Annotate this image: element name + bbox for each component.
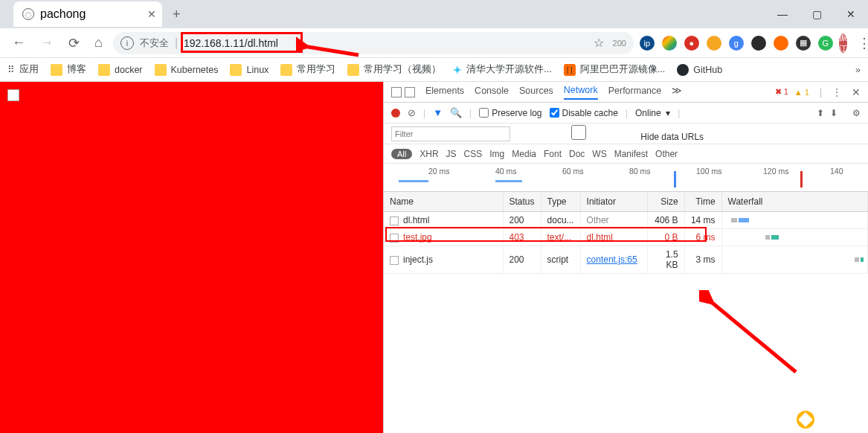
type-filter[interactable]: Doc [569,149,585,159]
extension-icon[interactable] [751,36,766,51]
tab-console[interactable]: Console [475,86,509,99]
extension-icon[interactable]: G [818,36,833,51]
network-toolbar: ⊘ | ▼ 🔍 | Preserve log Disable cache | O… [384,103,868,124]
tab-more[interactable]: ≫ [672,85,682,99]
type-filter[interactable]: JS [446,149,457,159]
bookmark-link[interactable]: GitHub [677,64,722,76]
search-icon[interactable]: 🔍 [450,107,462,118]
bookmark-link[interactable]: ✦清华大学开源软件... [453,63,551,76]
close-icon[interactable]: ✕ [147,8,156,20]
tab-elements[interactable]: Elements [425,86,464,99]
bookmark-folder[interactable]: Kubernetes [155,64,219,76]
type-filter[interactable]: Manifest [614,149,648,159]
type-filter-all[interactable]: All [391,149,412,159]
bookmark-star-icon[interactable]: ☆ [594,36,604,50]
broken-image-icon [7,89,19,101]
bookmark-folder[interactable]: 常用学习 [280,63,335,76]
bookmark-folder[interactable]: 博客 [51,63,86,76]
extension-icon[interactable] [707,36,721,51]
tab-network[interactable]: Network [564,85,598,100]
clear-button[interactable]: ⊘ [408,107,416,118]
type-filter[interactable]: Media [512,149,536,159]
rendered-page [0,82,383,433]
tab-title: pachong [40,7,86,21]
watermark: 创新互联 [797,411,861,429]
extension-icons: ip ● g ▦ G [640,36,833,51]
extension-icon[interactable] [662,36,677,51]
extension-icon[interactable]: ● [684,36,699,51]
warning-count[interactable]: ▲ 1 [794,88,809,97]
table-row[interactable]: dl.html 200 docu... Other 406 B 14 ms [384,212,868,229]
filter-input[interactable] [391,126,510,141]
device-icon[interactable] [405,87,415,97]
info-icon[interactable]: i [120,36,134,50]
user-avatar[interactable]: 振江 [839,33,847,53]
close-icon[interactable]: ✕ [852,86,861,98]
network-timeline[interactable]: 20 ms 40 ms 60 ms 80 ms 100 ms 120 ms 14… [384,164,868,192]
inspect-icon[interactable] [391,87,402,97]
kebab-menu-icon[interactable]: ⋮ [853,35,868,51]
type-filter[interactable]: Other [655,149,678,159]
hide-data-urls-checkbox[interactable]: Hide data URLs [519,125,704,142]
gear-icon[interactable]: ⚙ [852,108,861,118]
window-minimize[interactable]: — [765,3,800,25]
table-row[interactable]: inject.js 200 script content.js:65 1.5 K… [384,246,868,274]
tab-sources[interactable]: Sources [519,86,553,99]
extension-icon[interactable]: g [729,36,744,51]
col-size[interactable]: Size [647,192,684,212]
upload-icon[interactable]: ⬆ [817,108,824,118]
col-waterfall[interactable]: Waterfall [721,192,867,212]
col-type[interactable]: Type [541,192,580,212]
network-type-filters: All XHR JS CSS Img Media Font Doc WS Man… [384,144,868,164]
col-time[interactable]: Time [684,192,721,212]
address-bar[interactable]: i 不安全 | 192.168.1.11/dl.html ☆ 200 [113,32,634,54]
forward-button[interactable]: → [36,32,58,54]
preserve-log-checkbox[interactable]: Preserve log [479,108,541,118]
bookmark-folder[interactable]: 常用学习（视频） [347,63,441,76]
type-filter[interactable]: XHR [419,149,438,159]
address-bar-row: ← → ⟳ ⌂ i 不安全 | 192.168.1.11/dl.html ☆ 2… [0,28,868,58]
extension-icon[interactable] [774,36,788,51]
reload-button[interactable]: ⟳ [64,32,84,54]
watermark-logo-icon [797,411,814,429]
new-tab-button[interactable]: + [168,4,185,25]
tab-performance[interactable]: Performance [608,86,662,99]
type-filter[interactable]: Font [544,149,562,159]
download-icon[interactable]: ⬇ [830,108,838,118]
bookmark-link[interactable]: [ ]阿里巴巴开源镜像... [564,63,665,76]
filter-toggle-icon[interactable]: ▼ [433,107,443,118]
bookmarks-overflow-icon[interactable]: » [855,65,861,75]
window-maximize[interactable]: ▢ [800,3,834,25]
bookmarks-bar: ⠿应用 博客 docker Kubernetes Linux 常用学习 常用学习… [0,58,868,82]
record-button[interactable] [391,109,400,118]
extension-count: 200 [613,39,626,48]
content-area: Elements Console Sources Network Perform… [0,82,868,433]
devtools-panel: Elements Console Sources Network Perform… [383,82,868,433]
bookmark-apps[interactable]: ⠿应用 [7,63,39,76]
window-titlebar: ◌ pachong ✕ + — ▢ ✕ [0,0,868,28]
col-name[interactable]: Name [384,192,503,212]
type-filter[interactable]: CSS [464,149,483,159]
error-count[interactable]: ✖ 1 [775,87,788,97]
disable-cache-checkbox[interactable]: Disable cache [550,108,618,118]
col-status[interactable]: Status [503,192,541,212]
back-button[interactable]: ← [7,32,30,54]
kebab-menu-icon[interactable]: ⋮ [832,87,841,97]
type-filter[interactable]: WS [592,149,606,159]
devtools-tabs: Elements Console Sources Network Perform… [384,82,868,103]
bookmark-folder[interactable]: Linux [230,64,269,76]
col-initiator[interactable]: Initiator [580,192,647,212]
extension-icon[interactable]: ▦ [796,36,811,51]
browser-tab[interactable]: ◌ pachong ✕ [13,1,162,27]
network-table: Name Status Type Initiator Size Time Wat… [384,192,868,433]
page-url: 192.168.1.11/dl.html [184,37,278,49]
bookmark-folder[interactable]: docker [98,64,143,76]
table-header-row: Name Status Type Initiator Size Time Wat… [384,192,868,212]
throttling-select[interactable]: Online ▾ [635,108,670,118]
home-button[interactable]: ⌂ [90,32,107,54]
type-filter[interactable]: Img [489,149,504,159]
extension-icon[interactable]: ip [640,36,655,51]
globe-icon: ◌ [22,8,34,20]
table-row[interactable]: test.jpg 403 text/... dl.html 0 B 6 ms [384,229,868,246]
window-close[interactable]: ✕ [834,3,868,25]
